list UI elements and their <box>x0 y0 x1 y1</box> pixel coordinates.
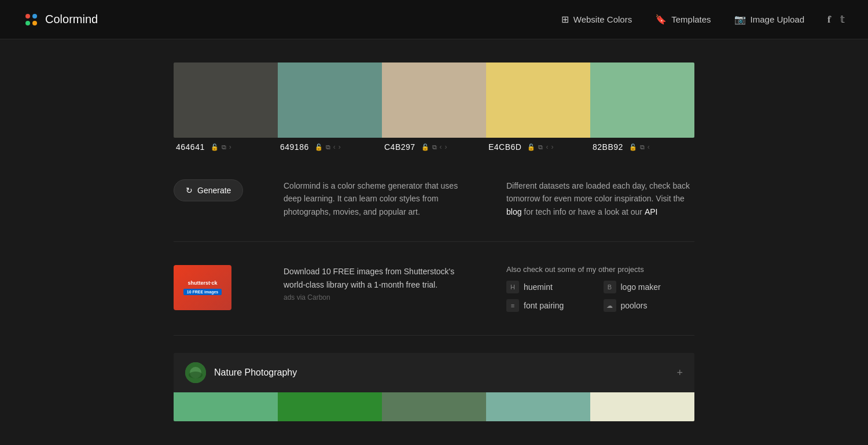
palette-label-1: 649186 🔓 ⧉ ‹ › <box>278 138 382 156</box>
generate-section: ↻ Generate Colormind is a color scheme g… <box>174 179 694 241</box>
svg-point-2 <box>25 21 30 25</box>
project-item-font-pairing[interactable]: ≡ font pairing <box>506 299 598 312</box>
hex-value-3: E4CB6D <box>488 142 521 152</box>
project-grid: H huemint B logo maker ≡ font pairing ☁ … <box>506 281 694 312</box>
twitter-icon[interactable]: 𝕥 <box>840 13 845 25</box>
lock-icon-2[interactable]: 🔓 <box>421 144 429 151</box>
copy-icon-4[interactable]: ⧉ <box>640 144 645 151</box>
palette-label-2: C4B297 🔓 ⧉ ‹ › <box>382 138 486 156</box>
hex-value-2: C4B297 <box>384 142 415 152</box>
nature-title: Nature Photography <box>214 367 668 378</box>
nav-templates-label: Templates <box>671 14 711 24</box>
nav-image-upload-label: Image Upload <box>751 14 804 24</box>
generate-aside: Different datasets are loaded each day, … <box>506 179 694 218</box>
copy-icon-1[interactable]: ⧉ <box>326 144 330 151</box>
lock-icon-4[interactable]: 🔓 <box>629 144 637 151</box>
generate-button[interactable]: ↻ Generate <box>174 179 243 201</box>
ad-section: shutterst·ck 10 FREE images Download 10 … <box>174 242 694 335</box>
shutterstock-ad-image[interactable]: shutterst·ck 10 FREE images <box>174 265 231 310</box>
palette-label-4: 82BB92 🔓 ⧉ ‹ <box>590 138 694 156</box>
arrow-left-2[interactable]: ‹ <box>440 143 442 151</box>
arrow-left-4[interactable]: ‹ <box>648 143 650 151</box>
hex-value-4: 82BB92 <box>593 142 623 152</box>
project-item-huemint[interactable]: H huemint <box>506 281 598 293</box>
generate-description: Colormind is a color scheme generator th… <box>284 179 472 218</box>
color-swatch-2[interactable] <box>382 62 486 138</box>
nav-templates[interactable]: 🔖 Templates <box>655 14 711 25</box>
label-icons-4: 🔓 ⧉ ‹ <box>629 143 650 151</box>
logo-text: Colormind <box>45 13 98 26</box>
arrow-left-3[interactable]: ‹ <box>546 143 548 151</box>
project-label-0: huemint <box>524 282 553 292</box>
color-swatch-0[interactable] <box>174 62 278 138</box>
bottom-palette <box>174 392 694 421</box>
project-icon-2: ≡ <box>506 299 519 312</box>
palette-label-3: E4CB6D 🔓 ⧉ ‹ › <box>486 138 590 156</box>
logo-area[interactable]: Colormind <box>23 12 98 28</box>
copy-icon-0[interactable]: ⧉ <box>222 144 226 151</box>
lock-icon-0[interactable]: 🔓 <box>211 144 219 151</box>
nature-thumbnail <box>185 362 206 383</box>
palette-labels: 464641 🔓 ⧉ › 649186 🔓 ⧉ ‹ › C4B297 🔓 ⧉ ‹… <box>174 138 694 156</box>
bottom-swatch-4[interactable] <box>590 392 694 421</box>
generate-desc-text: Colormind is a color scheme generator th… <box>284 181 458 216</box>
bottom-swatch-0[interactable] <box>174 392 278 421</box>
project-item-poolors[interactable]: ☁ poolors <box>604 299 695 312</box>
expand-icon[interactable]: + <box>676 367 683 379</box>
bookmark-icon: 🔖 <box>655 14 667 25</box>
project-icon-1: B <box>604 281 616 293</box>
copy-icon-3[interactable]: ⧉ <box>538 144 543 151</box>
generate-left: ↻ Generate <box>174 179 249 218</box>
svg-point-0 <box>25 14 30 19</box>
lock-icon-3[interactable]: 🔓 <box>527 144 535 151</box>
color-swatch-4[interactable] <box>590 62 694 138</box>
other-projects-title: Also check out some of my other projects <box>506 265 694 274</box>
api-link[interactable]: API <box>645 207 658 216</box>
facebook-icon[interactable]: 𝐟 <box>827 14 831 25</box>
nav-website-colors[interactable]: ⊞ Website Colors <box>561 14 632 25</box>
divider-2 <box>174 335 694 336</box>
label-icons-0: 🔓 ⧉ › <box>211 143 231 151</box>
color-swatch-3[interactable] <box>486 62 590 138</box>
project-item-logo-maker[interactable]: B logo maker <box>604 281 695 293</box>
svg-point-1 <box>32 14 37 19</box>
arrow-right-0[interactable]: › <box>229 143 231 151</box>
copy-icon-2[interactable]: ⧉ <box>432 144 437 151</box>
arrow-left-1[interactable]: ‹ <box>333 143 336 151</box>
label-icons-1: 🔓 ⧉ ‹ › <box>315 143 341 151</box>
aside-text-1: Different datasets are loaded each day, … <box>506 181 690 203</box>
free-badge: 10 FREE images <box>183 289 222 295</box>
project-label-1: logo maker <box>621 282 661 292</box>
arrow-right-3[interactable]: › <box>551 143 553 151</box>
label-icons-3: 🔓 ⧉ ‹ › <box>527 143 553 151</box>
generate-label: Generate <box>197 186 231 195</box>
svg-point-3 <box>32 21 37 25</box>
project-icon-3: ☁ <box>604 299 616 312</box>
bottom-swatch-2[interactable] <box>382 392 486 421</box>
logo-icon <box>23 12 39 28</box>
ad-right: Also check out some of my other projects… <box>506 265 694 312</box>
nav-image-upload[interactable]: 📷 Image Upload <box>734 14 804 25</box>
blog-link[interactable]: blog <box>506 207 521 216</box>
lock-icon-1[interactable]: 🔓 <box>315 144 323 151</box>
arrow-right-2[interactable]: › <box>445 143 447 151</box>
ad-sub: ads via Carbon <box>284 293 472 301</box>
palette-label-0: 464641 🔓 ⧉ › <box>174 138 278 156</box>
social-icons: 𝐟 𝕥 <box>827 13 845 25</box>
bottom-swatch-1[interactable] <box>278 392 382 421</box>
project-icon-0: H <box>506 281 519 293</box>
aside-text-2: for tech info or have a look at our <box>521 207 644 216</box>
main-nav: ⊞ Website Colors 🔖 Templates 📷 Image Upl… <box>561 14 804 25</box>
nature-header[interactable]: Nature Photography + <box>174 353 694 392</box>
bottom-swatch-3[interactable] <box>486 392 590 421</box>
nature-section: Nature Photography + <box>174 353 694 421</box>
project-label-2: font pairing <box>524 301 564 310</box>
hex-value-1: 649186 <box>280 142 309 152</box>
camera-icon: 📷 <box>734 14 746 25</box>
arrow-right-1[interactable]: › <box>339 143 341 151</box>
project-label-3: poolors <box>621 301 648 310</box>
ad-title: Download 10 FREE images from Shutterstoc… <box>284 265 472 291</box>
ad-left: shutterst·ck 10 FREE images <box>174 265 249 310</box>
shutterstock-logo: shutterst·ck <box>187 280 217 286</box>
color-swatch-1[interactable] <box>278 62 382 138</box>
